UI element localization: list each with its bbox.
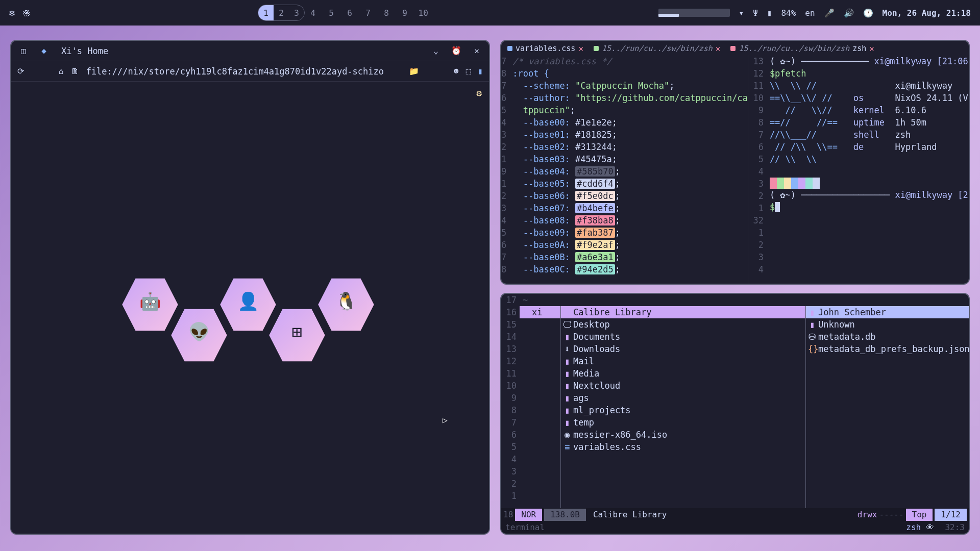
- workspace-5[interactable]: 5: [324, 5, 339, 20]
- fm-row[interactable]: ▮ags: [561, 392, 805, 404]
- editor-window: variables.css × 15../run/cu../sw/bin/zsh…: [500, 40, 970, 285]
- alarm-icon[interactable]: ⏰: [448, 43, 464, 59]
- url-bar[interactable]: file:///nix/store/cyh119lc8faz1cim4a1g87…: [86, 66, 402, 77]
- fm-row[interactable]: ▮ml_projects: [561, 404, 805, 416]
- status-size: 138.0B: [544, 509, 586, 521]
- file-icon: 🗎: [71, 66, 79, 76]
- clock-icon: 🕐: [863, 8, 873, 18]
- eye-icon: 👁: [926, 522, 934, 532]
- fm-column-3[interactable]: ▮John Schember▮Unknown⛁metadata.db{}meta…: [805, 306, 969, 508]
- workspace-group-active: 1 2 3: [258, 5, 305, 21]
- fm-row[interactable]: ⛁metadata.db: [806, 331, 969, 343]
- terminal-output[interactable]: ( ✿~) ───────────── xi@milkyway [21:06:4…: [767, 55, 969, 284]
- workspace-2[interactable]: 2: [274, 5, 289, 20]
- gem-icon[interactable]: ◆: [36, 43, 52, 59]
- zsh-file-icon: [594, 46, 599, 51]
- status-dash: -----: [879, 509, 903, 521]
- trident-icon[interactable]: Ψ: [753, 8, 758, 18]
- browser-window: ◫ ◆ Xi's Home ⌄ ⏰ ✕ ⟳ ⌂ 🗎 file:///nix/st…: [10, 40, 490, 535]
- battery-percent: 84%: [781, 8, 796, 18]
- extensions-icon[interactable]: ⬚: [466, 66, 471, 76]
- fm-row[interactable]: ▮temp: [561, 416, 805, 429]
- mic-icon[interactable]: 🎤: [824, 8, 835, 18]
- fm-row[interactable]: ≡variables.css: [561, 441, 805, 453]
- workspace-1[interactable]: 1: [258, 5, 274, 20]
- fm-row[interactable]: ⬇Downloads: [561, 343, 805, 355]
- nixos-icon[interactable]: ❄: [9, 8, 15, 18]
- status2-left: terminal: [505, 521, 545, 534]
- fm-row[interactable]: 🖵Desktop: [561, 318, 805, 331]
- linux-icon: 🐧: [335, 291, 357, 311]
- status-perms: drwx: [857, 509, 877, 521]
- workspace-7[interactable]: 7: [360, 5, 376, 20]
- term-gutter: 13121110987654321321234: [748, 55, 767, 284]
- tab-close-icon[interactable]: ×: [869, 44, 874, 54]
- workspace-4[interactable]: 4: [305, 5, 321, 20]
- status2-pos: 32:3: [945, 522, 965, 532]
- mouse-cursor-icon: ▷: [443, 415, 448, 425]
- fm-gutter: 1716151413121110987654321: [501, 294, 520, 508]
- tab-close-icon[interactable]: ×: [578, 44, 583, 54]
- sidebar-toggle-icon[interactable]: ◫: [15, 43, 32, 59]
- windows-icon: ⊞: [292, 321, 302, 342]
- battery-icon[interactable]: ▮: [767, 8, 772, 18]
- status-top: Top: [906, 509, 933, 521]
- fm-breadcrumb: ~: [520, 294, 969, 306]
- status2-zsh: zsh: [906, 522, 921, 532]
- hex-linux[interactable]: 🐧: [317, 276, 375, 327]
- fm-column-2[interactable]: ▮Calibre Library🖵Desktop▮Documents⬇Downl…: [560, 306, 805, 508]
- android-icon: 🤖: [139, 291, 161, 311]
- status-line: 18: [503, 509, 513, 521]
- code-area[interactable]: /* variables.css */:root { --scheme: "Ca…: [509, 55, 748, 284]
- zsh-file-icon: [730, 46, 736, 51]
- browser-tab[interactable]: Xi's Home: [56, 46, 113, 56]
- tab-label: 15../run/cu../sw/bin/zsh: [602, 44, 713, 53]
- fm-row[interactable]: ◉messier-x86_64.iso: [561, 429, 805, 441]
- language-indicator[interactable]: en: [805, 8, 815, 18]
- fm-row[interactable]: ▮xi: [520, 306, 560, 318]
- fm-row[interactable]: ▮Media: [561, 367, 805, 380]
- status-mode: NOR: [515, 509, 542, 521]
- workspace-10[interactable]: 10: [415, 5, 431, 20]
- fm-statusbar: 18 NOR 138.0B Calibre Library drwx -----…: [501, 508, 969, 521]
- tab-trail: zsh: [852, 44, 866, 53]
- tab-close-icon[interactable]: ×: [716, 44, 721, 54]
- user-icon: 👤: [237, 291, 259, 311]
- workspace-9[interactable]: 9: [397, 5, 412, 20]
- editor-tabbar: variables.css × 15../run/cu../sw/bin/zsh…: [501, 41, 969, 55]
- line-gutter: 787654321912345678: [501, 55, 509, 284]
- fm-column-1[interactable]: ▮xi: [520, 306, 560, 508]
- home-icon[interactable]: ⌂: [59, 66, 64, 76]
- tab-label: variables.css: [516, 44, 575, 53]
- tab-title-text: Xi's Home: [61, 46, 108, 56]
- top-bar: ❄ ֎ 1 2 3 4 5 6 7 8 9 10 ▾ Ψ ▮ 84% en 🎤 …: [0, 0, 980, 26]
- editor-tab-zsh1[interactable]: 15../run/cu../sw/bin/zsh ×: [590, 44, 724, 54]
- css-file-icon: [507, 46, 512, 51]
- account-icon[interactable]: ☻: [454, 66, 459, 76]
- workspace-8[interactable]: 8: [379, 5, 394, 20]
- fm-row[interactable]: ▮Calibre Library: [561, 306, 805, 318]
- volume-icon[interactable]: 🔊: [844, 8, 854, 18]
- clock-text[interactable]: Mon, 26 Aug, 21:18: [883, 8, 971, 18]
- close-tab-icon[interactable]: ✕: [469, 43, 485, 59]
- workspace-3[interactable]: 3: [289, 5, 304, 20]
- reload-icon[interactable]: ⟳: [17, 66, 24, 76]
- fm-row[interactable]: ▮John Schember: [806, 306, 969, 318]
- filemanager-window: 1716151413121110987654321 ~ ▮xi ▮Calibre…: [500, 293, 970, 535]
- fm-statusbar-2: terminal zsh 👁 32:3: [501, 521, 969, 534]
- fm-row[interactable]: ▮Nextcloud: [561, 380, 805, 392]
- fm-row[interactable]: ▮Unknown: [806, 318, 969, 331]
- bookmark-icon[interactable]: ▮: [478, 66, 483, 76]
- chevron-down-icon[interactable]: ⌄: [428, 43, 444, 59]
- workspace-6[interactable]: 6: [342, 5, 357, 20]
- folder-icon[interactable]: 📁: [409, 66, 419, 76]
- editor-tab-zsh2[interactable]: 15../run/cu../sw/bin/zsh zsh ×: [726, 44, 878, 54]
- openai-icon[interactable]: ֎: [22, 8, 31, 18]
- editor-tab-css[interactable]: variables.css ×: [503, 44, 587, 54]
- wifi-icon[interactable]: ▾: [739, 8, 744, 18]
- status-position: 1/12: [935, 509, 967, 521]
- settings-gear-icon[interactable]: ⚙: [476, 88, 482, 98]
- fm-row[interactable]: ▮Documents: [561, 331, 805, 343]
- fm-row[interactable]: ▮Mail: [561, 355, 805, 367]
- fm-row[interactable]: {}metadata_db_prefs_backup.json: [806, 343, 969, 355]
